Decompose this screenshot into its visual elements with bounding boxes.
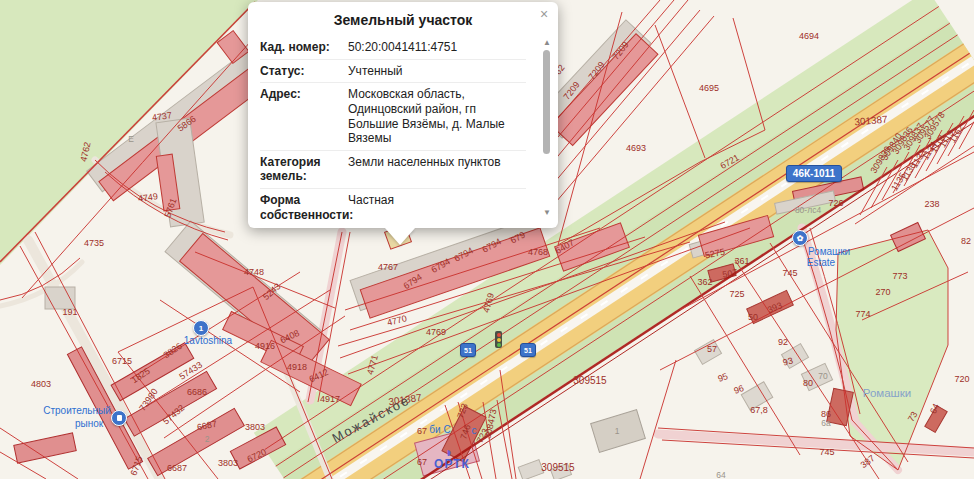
popup-field-row: Адрес:Московская область, Одинцовский ра… <box>260 83 526 151</box>
parcel-number-label: 723 <box>456 402 470 419</box>
parcel-number-label: 6408 <box>279 329 301 346</box>
parcel-number-label: 4771 <box>366 354 380 376</box>
parcel-number-label: 720 <box>954 375 969 384</box>
poi-label[interactable]: рынок <box>75 419 103 429</box>
road-shield: 51 <box>520 343 536 357</box>
parcel-number-label: 73980 <box>138 387 160 413</box>
parcel-number-label: 4694 <box>799 32 819 41</box>
field-label: Форма собственности: <box>260 193 346 220</box>
parcel-number-label: 95 <box>717 372 729 384</box>
parcel-number-label: 774 <box>855 310 870 319</box>
parcel-number-label: 679 <box>509 230 526 245</box>
parcel-number-label: 6794 <box>402 273 424 291</box>
parcel-number-label: 4748 <box>244 268 264 277</box>
field-label: Кад. номер: <box>260 40 346 55</box>
parcel-number-label: 361 <box>734 257 749 266</box>
parcel-number-label: 73 <box>907 410 920 423</box>
parcel-number-label: 67 <box>417 458 427 467</box>
cadastral-map[interactable]: 4762473758664749576147351914803671538261… <box>0 0 974 479</box>
estate-flower-icon[interactable]: ✿ <box>792 230 808 246</box>
parcel-number-label: 6407 <box>554 238 576 256</box>
parcel-number-label: 1825 <box>130 367 152 385</box>
parcel-number-label: 4770 <box>386 314 408 328</box>
parcel-number-label: 7209 <box>611 40 630 61</box>
parcel-number-label: 67,8 <box>750 406 768 415</box>
popup-scrollbar[interactable]: ▲ ▼ <box>540 38 554 218</box>
parcel-number-label: 4803 <box>31 380 51 389</box>
parcel-number-label: 6794 <box>453 246 475 263</box>
parcel-number-label: 4749 <box>137 192 158 204</box>
parcel-number-label: 5275 <box>704 248 725 261</box>
parcel-number-label: 5866 <box>176 115 198 134</box>
field-label: Адрес: <box>260 87 346 146</box>
parcel-number-label: 82 <box>961 237 971 246</box>
field-value: Частная <box>346 193 526 220</box>
poi-label[interactable]: Ромашки <box>808 247 850 257</box>
parcel-number-label: 3826 <box>162 342 184 360</box>
road-shield: 51 <box>460 343 476 357</box>
field-value: Московская область, Одинцовский район, г… <box>346 87 526 146</box>
parcel-number-label: 5761 <box>163 197 178 219</box>
parcel-number-label: 4768 <box>528 248 548 257</box>
popup-fields: Кад. номер:50:20:0041411:4751Статус:Учте… <box>260 36 526 220</box>
parcel-number-label: 4918 <box>287 363 307 372</box>
poi-label[interactable]: би С <box>429 425 450 435</box>
parcel-number-label: 4767 <box>378 263 398 272</box>
parcel-number-label: 96 <box>733 384 745 396</box>
parcel-number-label: 3803 <box>218 459 238 468</box>
shopping-bag-icon[interactable] <box>111 410 127 426</box>
parcel-number-label: 4917 <box>320 395 340 404</box>
parcel-number-label: 6721 <box>719 153 741 171</box>
parcel-number-label: 393 <box>766 301 783 315</box>
poi-label[interactable]: 1avtoshina <box>184 336 232 346</box>
annotation-label: 1 <box>615 427 620 436</box>
parcel-number-label: 6720 <box>246 448 268 465</box>
parcel-number-label: 57433 <box>178 360 204 381</box>
parcel-number-label: 1162 <box>948 123 966 144</box>
parcel-number-label: 773 <box>892 272 907 281</box>
annotation-label: 70 <box>818 372 827 381</box>
parcel-number-label: 726 <box>828 199 843 208</box>
traffic-light-icon <box>495 331 502 348</box>
poi-label[interactable]: Estate <box>807 258 835 268</box>
parcel-number-label: 4735 <box>84 239 104 248</box>
parcel-number-label: 507 <box>722 268 738 279</box>
scrollbar-thumb[interactable] <box>543 50 550 154</box>
parcel-number-label: 4695 <box>699 84 719 93</box>
popup-field-row: Кад. номер:50:20:0041411:4751 <box>260 36 526 60</box>
parcel-number-label: 191 <box>62 308 77 317</box>
scroll-down-icon[interactable]: ▼ <box>542 208 552 218</box>
popup-pointer <box>385 228 415 245</box>
popup-field-row: Статус:Учтенный <box>260 60 526 84</box>
annotation-label: 2 <box>205 435 210 444</box>
tire-shop-icon[interactable]: 1 <box>193 320 209 336</box>
parcel-number-label: 6687 <box>167 464 187 473</box>
parcel-number-label: 4769 <box>482 292 496 314</box>
parcel-number-label: 7209 <box>587 60 606 81</box>
parcel-number-label: 4737 <box>151 111 172 123</box>
parcel-number-label: 745 <box>819 448 834 457</box>
popup-title: Земельный участок <box>248 2 558 34</box>
field-value: 50:20:0041411:4751 <box>346 40 526 55</box>
road-name-label: Можайское <box>330 393 412 445</box>
parcel-number-label: 80 <box>803 379 813 388</box>
annotation-label: 6а <box>821 419 830 428</box>
parcel-number-label: 309515 <box>573 376 606 386</box>
parcel-number-label: 5243 <box>262 282 283 302</box>
poi-label[interactable]: Строительный <box>43 406 111 416</box>
parcel-number-label: 7209 <box>562 80 581 101</box>
parcel-number-label: 4769 <box>426 328 446 337</box>
popup-field-row: Категория земель:Земли населенных пункто… <box>260 151 526 189</box>
field-label: Категория земель: <box>260 155 346 184</box>
close-icon[interactable]: × <box>536 6 552 22</box>
parcel-number-label: 725 <box>729 290 744 299</box>
scroll-up-icon[interactable]: ▲ <box>542 38 552 48</box>
parcel-number-label: 57432 <box>162 404 187 427</box>
poi-label[interactable]: с <box>472 426 477 436</box>
parcel-info-popup: Земельный участок × Кад. номер:50:20:004… <box>248 2 558 228</box>
parcel-number-label: 6686 <box>187 388 207 397</box>
field-value: Земли населенных пунктов <box>346 155 526 184</box>
parcel-number-label: 387 <box>859 454 876 470</box>
parcel-number-label: 4916 <box>255 342 275 351</box>
field-label: Статус: <box>260 64 346 79</box>
